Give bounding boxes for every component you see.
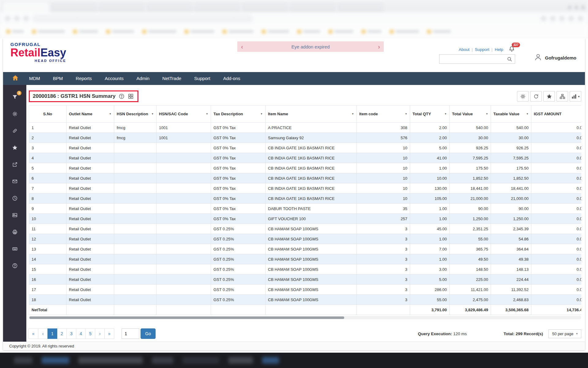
column-header-tax-description[interactable]: Tax Description▼ (211, 105, 266, 123)
report-table-body: 1Retail Outletfmcg1001GST 0% TaxA PRACTI… (29, 123, 582, 305)
page-nav-prev[interactable]: ‹ (38, 328, 48, 339)
page-nav-first[interactable]: « (28, 328, 38, 339)
column-header-outlet-name[interactable]: Outlet Name▼ (66, 105, 114, 123)
toolbar-settings-button[interactable] (517, 91, 529, 102)
page-button-4[interactable]: 4 (76, 328, 86, 339)
goto-page-input[interactable] (122, 328, 139, 339)
sort-filter-caret-icon[interactable]: ▼ (206, 113, 208, 115)
sort-filter-caret-icon[interactable]: ▼ (260, 113, 263, 115)
page-button-5[interactable]: 5 (85, 328, 95, 339)
sort-filter-caret-icon[interactable]: ▼ (526, 113, 529, 115)
sort-filter-caret-icon[interactable]: ▼ (444, 113, 447, 115)
table-row[interactable]: 12Retail OutletGST 0.25%CB HAMAM SOAP 10… (29, 234, 582, 244)
table-row[interactable]: 8Retail OutletGST 0% TaxCB INDIA GATE 1K… (29, 194, 582, 204)
net-total-label: NetTotal (29, 305, 66, 315)
sidebar-mail-icon[interactable] (11, 177, 19, 185)
global-search-box (439, 54, 515, 64)
nav-item-nettrade[interactable]: NetTrade (156, 72, 188, 85)
horizontal-scrollbar[interactable] (29, 316, 581, 319)
sort-filter-caret-icon[interactable]: ▼ (352, 113, 354, 115)
sort-filter-caret-icon[interactable]: ▼ (486, 113, 488, 115)
table-row[interactable]: 7Retail OutletGST 0% TaxCB INDIA GATE 1K… (29, 183, 582, 194)
table-row[interactable]: 17Retail OutletGST 0.25%CB HAMAM SOAP 10… (29, 285, 582, 295)
nav-item-admin[interactable]: Admin (130, 72, 156, 85)
table-row[interactable]: 2Retail Outletfmcg1001GST 0% TaxSamsung … (29, 133, 582, 143)
table-row[interactable]: 4Retail OutletGST 0% TaxCB INDIA GATE 1K… (29, 153, 582, 163)
page-button-2[interactable]: 2 (57, 328, 67, 339)
notification-count-badge: 337 (512, 43, 520, 47)
global-search-input[interactable] (439, 57, 507, 61)
go-button[interactable]: Go (141, 328, 156, 339)
sort-filter-caret-icon[interactable]: ▼ (151, 113, 154, 115)
sort-filter-caret-icon[interactable]: ▼ (109, 113, 111, 115)
column-header-hsn-description[interactable]: HSN Description▼ (114, 105, 156, 123)
toolbar-chart-button[interactable]: ▾ (570, 91, 581, 102)
title-help-icon[interactable] (119, 93, 125, 99)
table-row[interactable]: 1Retail Outletfmcg1001GST 0% TaxA PRACTI… (29, 123, 582, 133)
table-row[interactable]: 5Retail OutletGST 0% TaxCB INDIA GATE 1K… (29, 163, 582, 173)
toolbar-hierarchy-button[interactable] (556, 91, 568, 102)
sidebar-help-icon[interactable] (11, 262, 19, 270)
nav-item-bpm[interactable]: BPM (47, 72, 70, 85)
column-header-igst-amount[interactable]: IGST AMOUNT▼ (531, 105, 582, 123)
table-row[interactable]: 18Retail OutletGST 0.25%CB HAMAM SOAP 10… (29, 295, 582, 305)
page-nav-last[interactable]: » (104, 328, 114, 339)
notification-bell-icon[interactable]: 337 (508, 46, 515, 53)
toolbar-favorite-button[interactable] (543, 91, 555, 102)
query-execution: Query Execution: 120 ms (418, 332, 467, 336)
column-header-hsn-sac-code[interactable]: HSN/SAC Code▼ (156, 105, 211, 123)
net-total-value (357, 305, 410, 315)
column-header-taxable-value[interactable]: Taxable Value▼ (491, 105, 531, 123)
table-row[interactable]: 10Retail OutletGST 0% TaxGIFT VOUCHER 10… (29, 214, 582, 224)
column-header-total-value[interactable]: Total Value▼ (450, 105, 491, 123)
column-header-s-no[interactable]: S.No (29, 105, 66, 123)
app-header: GOFRUGAL RetailEasy HEAD OFFICE ‹ Eye ad… (3, 38, 585, 72)
net-total-value: 14,736.40 (531, 305, 582, 315)
taskbar-item (78, 357, 143, 364)
sidebar-history-icon[interactable] (11, 194, 19, 202)
chevron-down-icon: ▾ (576, 332, 578, 335)
toolbar-refresh-button[interactable] (530, 91, 542, 102)
table-row[interactable]: 14Retail OutletGST 0.25%CB HAMAM SOAP 10… (29, 254, 582, 264)
sidebar-favorites-icon[interactable] (11, 144, 19, 151)
banner-next-icon[interactable]: › (378, 44, 380, 50)
banner-prev-icon[interactable]: ‹ (241, 44, 243, 50)
about-link[interactable]: About (459, 47, 469, 52)
sidebar-filter-icon[interactable]: 3 (11, 93, 19, 101)
sidebar-export-icon[interactable] (11, 160, 19, 168)
nav-item-mdm[interactable]: MDM (23, 72, 47, 85)
user-menu[interactable]: Gofrugaldemo (534, 53, 576, 62)
table-row[interactable]: 16Retail OutletGST 0.25%CB HAMAM SOAP 10… (29, 274, 582, 285)
column-header-item-code[interactable]: Item code▼ (357, 105, 410, 123)
table-row[interactable]: 3Retail OutletGST 0% TaxCB INDIA GATE 1K… (29, 143, 582, 153)
app-footer: Copyright © 2019. All rights reserved (3, 342, 585, 350)
table-row[interactable]: 15Retail OutletGST 0.25%CB HAMAM SOAP 10… (29, 264, 582, 274)
page-button-3[interactable]: 3 (66, 328, 76, 339)
logo-company-text: GOFRUGAL (10, 42, 66, 47)
column-header-item-name[interactable]: Item Name▼ (266, 105, 357, 123)
help-link[interactable]: Help (495, 47, 503, 52)
per-page-select[interactable]: 50 per page ▾ (548, 329, 581, 338)
sidebar-print-icon[interactable] (11, 228, 19, 236)
nav-item-support[interactable]: Support (188, 72, 217, 85)
table-row[interactable]: 11Retail OutletGST 0.25%CB HAMAM SOAP 10… (29, 224, 582, 234)
sort-filter-caret-icon[interactable]: ▼ (405, 113, 407, 115)
sidebar-keyboard-icon[interactable] (11, 245, 19, 253)
nav-item-accounts[interactable]: Accounts (98, 72, 130, 85)
column-header-total-qty[interactable]: Total QTY▼ (410, 105, 450, 123)
support-link[interactable]: Support (475, 47, 489, 52)
search-icon[interactable] (507, 56, 515, 62)
table-row[interactable]: 9Retail OutletGST 0% TaxDABUR TOOTH PAST… (29, 204, 582, 214)
table-row[interactable]: 13Retail OutletGST 0.25%CB HAMAM SOAP 10… (29, 244, 582, 254)
page-nav-next[interactable]: › (95, 328, 105, 339)
scrollbar-thumb[interactable] (29, 316, 344, 319)
nav-item-home[interactable] (8, 75, 23, 82)
nav-item-reports[interactable]: Reports (69, 72, 98, 85)
page-button-1[interactable]: 1 (47, 328, 57, 339)
nav-item-add-ons[interactable]: Add-ons (217, 72, 247, 85)
title-grid-icon[interactable] (128, 93, 134, 99)
sidebar-settings-icon[interactable] (11, 110, 19, 118)
sidebar-link-icon[interactable] (11, 127, 19, 135)
sidebar-reports-icon[interactable] (11, 211, 19, 219)
table-row[interactable]: 6Retail OutletGST 0% TaxCB INDIA GATE 1K… (29, 173, 582, 183)
